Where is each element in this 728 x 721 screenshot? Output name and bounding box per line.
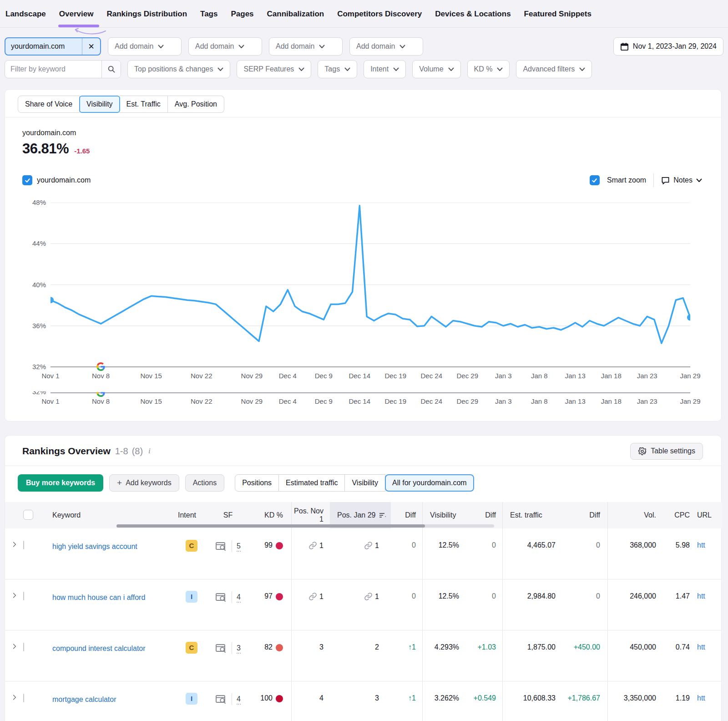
row-checkbox-cell	[23, 630, 43, 651]
intent-badge[interactable]: I	[186, 591, 197, 603]
metric-tab-visibility[interactable]: Visibility	[79, 96, 120, 113]
table-row: mortgage calculatorI410043↑13.262%+0.549…	[5, 681, 722, 721]
search-icon[interactable]	[101, 61, 121, 78]
col-url[interactable]: URL	[690, 502, 722, 528]
nav-tab-cannibalization[interactable]: Cannibalization	[267, 1, 324, 26]
keyword-cell: mortgage calculator	[43, 681, 178, 705]
serp-features-count[interactable]: 3	[237, 644, 241, 654]
tracked-domain-chip[interactable]: yourdomain.com ✕	[5, 37, 101, 56]
view-tab-positions[interactable]: Positions	[235, 474, 279, 492]
filter-kd[interactable]: KD %	[467, 60, 510, 78]
keyword-cell: compound interest calculator	[43, 630, 178, 654]
x-axis-line-2	[51, 392, 690, 393]
date-range-picker[interactable]: Nov 1, 2023-Jan 29, 2024	[613, 37, 723, 56]
google-update-icon[interactable]	[96, 388, 105, 397]
notes-button[interactable]: Notes	[661, 176, 702, 185]
nav-tab-competitors-discovery[interactable]: Competitors Discovery	[337, 1, 422, 26]
row-expander-icon[interactable]	[5, 528, 23, 549]
remove-domain-icon[interactable]: ✕	[82, 38, 100, 55]
est-traffic-diff-value: 0	[596, 592, 600, 600]
keyword-link[interactable]: high yield savings account	[52, 541, 151, 552]
intent-badge[interactable]: C	[186, 540, 197, 552]
nav-tab-tags[interactable]: Tags	[200, 1, 217, 26]
actions-button[interactable]: Actions	[185, 474, 224, 492]
horizontal-scrollbar-track[interactable]	[116, 524, 494, 528]
chevron-down-icon	[158, 45, 164, 49]
row-checkbox[interactable]	[23, 694, 24, 702]
add-keywords-button[interactable]: + Add keywords	[109, 474, 179, 492]
keyword-link[interactable]: compound interest calculator	[52, 643, 159, 654]
url-link[interactable]: htt	[690, 541, 705, 549]
view-tab-visibility[interactable]: Visibility	[345, 474, 385, 492]
x-axis-labels-2: Nov 1Nov 8Nov 15Nov 22Nov 29Dec 4Dec 9De…	[51, 397, 690, 406]
filter-volume[interactable]: Volume	[412, 60, 460, 78]
filter-serp-features[interactable]: SERP Features	[237, 60, 311, 78]
est-traffic-cell: 4,465.07	[503, 528, 563, 549]
serp-features-count[interactable]: 4	[237, 593, 241, 603]
info-icon[interactable]: i	[148, 447, 151, 456]
intent-badge[interactable]: C	[186, 642, 197, 654]
kd-difficulty-dot	[276, 644, 283, 651]
row-expander-icon[interactable]	[5, 579, 23, 600]
nav-tab-featured-snippets[interactable]: Featured Snippets	[524, 1, 592, 26]
filter-tags[interactable]: Tags	[318, 60, 357, 78]
col-diff3[interactable]: Diff	[563, 502, 608, 528]
row-expander-icon[interactable]	[5, 681, 23, 702]
col-cpc[interactable]: CPC	[662, 502, 690, 528]
intent-badge[interactable]: I	[186, 693, 197, 705]
legend-checkbox[interactable]	[22, 175, 32, 185]
table-row: high yield savings accountC59911012.5%04…	[5, 528, 722, 579]
add-domain-slots: Add domainAdd domainAdd domainAdd domain	[108, 37, 423, 56]
metric-tab-share-of-voice[interactable]: Share of Voice	[18, 96, 80, 113]
serp-features-count[interactable]: 4	[237, 695, 241, 705]
col-vol[interactable]: Vol.	[608, 502, 662, 528]
add-domain-dropdown-2[interactable]: Add domain	[188, 37, 262, 56]
nav-tab-landscape[interactable]: Landscape	[5, 1, 46, 26]
filter-top-positions-changes[interactable]: Top positions & changes	[127, 60, 230, 78]
nav-tab-devices-locations[interactable]: Devices & Locations	[435, 1, 511, 26]
smart-zoom-checkbox[interactable]	[590, 175, 600, 185]
filter-advanced-filters[interactable]: Advanced filters	[516, 60, 592, 78]
series-end-point[interactable]	[687, 315, 690, 321]
url-link[interactable]: htt	[690, 643, 705, 651]
chevron-down-icon	[298, 67, 304, 71]
col-est-traffic[interactable]: Est. traffic	[503, 502, 563, 528]
row-checkbox[interactable]	[23, 592, 24, 600]
rankings-overview-card: Rankings Overview 1-8 (8) i Table settin…	[5, 435, 722, 721]
url-link[interactable]: htt	[690, 592, 705, 600]
view-tab-estimated-traffic[interactable]: Estimated traffic	[279, 474, 345, 492]
est-traffic-cell: 10,608.33	[503, 681, 563, 702]
view-tab-all-for-yourdomain-com[interactable]: All for yourdomain.com	[385, 474, 474, 492]
table-settings-button[interactable]: Table settings	[630, 443, 703, 460]
keyword-link[interactable]: mortgage calculator	[52, 694, 130, 705]
row-expander-icon[interactable]	[5, 630, 23, 651]
row-checkbox[interactable]	[23, 643, 24, 651]
url-link[interactable]: htt	[690, 694, 705, 702]
keyword-cell: high yield savings account	[43, 528, 178, 552]
x-axis-labels: Nov 1Nov 8Nov 15Nov 22Nov 29Dec 4Dec 9De…	[51, 372, 690, 381]
nav-tab-overview[interactable]: Overview	[59, 1, 94, 26]
serp-features-count[interactable]: 5	[237, 542, 241, 552]
divider	[5, 466, 721, 466]
series-start-point[interactable]	[51, 297, 54, 303]
visibility-diff-value: +1.03	[478, 643, 496, 651]
keyword-filter-input[interactable]: Filter by keyword	[5, 60, 121, 78]
metric-tab-est-traffic[interactable]: Est. Traffic	[120, 96, 168, 113]
buy-more-keywords-button[interactable]: Buy more keywords	[18, 474, 103, 492]
keyword-link[interactable]: how much house can i afford	[52, 592, 159, 603]
google-update-icon[interactable]	[96, 362, 105, 371]
rankings-range: 1-8	[115, 446, 128, 457]
add-domain-dropdown-1[interactable]: Add domain	[108, 37, 182, 56]
header-checkbox[interactable]	[23, 502, 43, 528]
nav-tab-rankings-distribution[interactable]: Rankings Distribution	[106, 1, 187, 26]
horizontal-scrollbar-thumb[interactable]	[116, 524, 425, 528]
pos-jan29-value: 3	[375, 694, 379, 702]
add-domain-dropdown-3[interactable]: Add domain	[269, 37, 343, 56]
row-checkbox[interactable]	[23, 541, 24, 549]
visibility-line-chart[interactable]	[51, 203, 690, 367]
filter-intent[interactable]: Intent	[364, 60, 406, 78]
est-traffic-diff-cell: +1,786.67	[563, 681, 608, 721]
nav-tab-pages[interactable]: Pages	[231, 1, 253, 26]
add-domain-dropdown-4[interactable]: Add domain	[349, 37, 423, 56]
metric-tab-avg-position[interactable]: Avg. Position	[168, 96, 224, 113]
